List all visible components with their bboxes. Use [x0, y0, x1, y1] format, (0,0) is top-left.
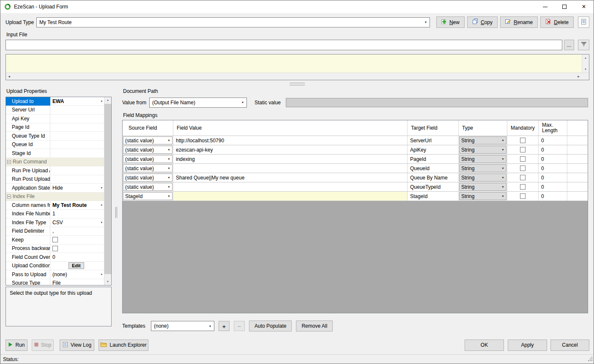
property-value-cell[interactable]: Edit — [50, 262, 104, 270]
run-button[interactable]: Run — [5, 340, 27, 351]
source-field-combobox[interactable]: (static value)▼ — [123, 146, 172, 154]
type-combobox[interactable]: String▼ — [459, 146, 506, 154]
property-value-cell[interactable]: 0 — [50, 253, 104, 261]
cancel-button[interactable]: Cancel — [550, 340, 589, 351]
mandatory-checkbox[interactable] — [520, 193, 526, 199]
minimize-button[interactable] — [535, 0, 555, 13]
add-template-button[interactable]: + — [219, 321, 230, 331]
property-row[interactable]: Application StateHide▾ — [6, 184, 104, 193]
property-value-cell[interactable]: 1 — [50, 210, 104, 218]
type-combobox[interactable]: String▼ — [459, 174, 506, 182]
property-value-cell[interactable]: EWA▾ — [50, 97, 104, 106]
upload-type-combobox[interactable]: My Test Route ▼ — [36, 17, 430, 27]
chevron-down-icon[interactable]: ▾ — [101, 186, 102, 190]
scroll-down-icon[interactable]: ▼ — [583, 67, 589, 72]
remove-all-button[interactable]: Remove All — [296, 321, 333, 331]
property-row[interactable]: Api Key — [6, 114, 104, 123]
mandatory-checkbox[interactable] — [520, 156, 526, 162]
collapse-icon[interactable] — [7, 195, 11, 198]
property-row[interactable]: Upload toEWA▾ — [6, 97, 104, 106]
property-row[interactable]: Page Id — [6, 123, 104, 132]
property-row[interactable]: Run Post Upload ... — [6, 175, 104, 184]
input-file-input[interactable] — [5, 40, 562, 50]
max-length-cell[interactable]: 0 — [539, 155, 567, 163]
type-combobox[interactable]: String▼ — [459, 136, 506, 144]
property-value-cell[interactable] — [50, 123, 104, 132]
property-value-cell[interactable]: (none)▾ — [50, 270, 104, 279]
max-length-cell[interactable]: 0 — [539, 145, 567, 154]
scroll-right-icon[interactable]: ▶ — [575, 74, 582, 79]
new-button[interactable]: New — [436, 16, 465, 28]
type-combobox[interactable]: String▼ — [459, 164, 506, 172]
field-value-cell[interactable]: http://localhost:50790 — [173, 136, 408, 145]
property-value-cell[interactable] — [50, 141, 104, 149]
property-value-cell[interactable] — [50, 244, 104, 253]
field-value-cell[interactable]: ezescan-api-key — [173, 145, 408, 154]
maximize-button[interactable] — [555, 0, 574, 13]
properties-scrollbar[interactable]: ▲ ▼ — [104, 97, 111, 285]
property-row[interactable]: Pass to Upload(none)▾ — [6, 270, 104, 279]
field-value-cell[interactable]: Shared Queue||My new queue — [173, 173, 408, 182]
launch-explorer-button[interactable]: Launch Explorer — [99, 340, 148, 351]
property-value-cell[interactable] — [50, 236, 104, 244]
chevron-down-icon[interactable]: ▾ — [101, 273, 102, 276]
property-category-row[interactable]: Run Command — [6, 158, 104, 167]
templates-combobox[interactable]: (none) ▼ — [151, 321, 214, 331]
source-field-combobox[interactable]: (static value)▼ — [123, 136, 172, 144]
scrollbar-thumb[interactable] — [104, 104, 111, 274]
apply-button[interactable]: Apply — [508, 340, 547, 351]
source-field-combobox[interactable]: (static value)▼ — [123, 155, 172, 163]
property-value-cell[interactable]: Hide▾ — [50, 184, 104, 192]
type-combobox[interactable]: String▼ — [459, 155, 506, 163]
property-row[interactable]: Stage Id — [6, 149, 104, 158]
horizontal-splitter-handle[interactable] — [290, 83, 305, 85]
scroll-up-icon[interactable]: ▲ — [583, 55, 589, 60]
view-log-button[interactable]: View Log — [60, 340, 94, 351]
max-length-cell[interactable]: 0 — [539, 182, 567, 191]
property-row[interactable]: Queue Id — [6, 141, 104, 149]
source-field-combobox[interactable]: (static value)▼ — [123, 183, 172, 191]
mandatory-checkbox[interactable] — [520, 184, 526, 190]
property-category-row[interactable]: Index File — [6, 193, 104, 201]
property-row[interactable]: Queue Type Id — [6, 132, 104, 141]
preview-content[interactable] — [6, 54, 582, 73]
preview-vertical-scrollbar[interactable]: ▲ ▼ — [582, 54, 589, 73]
chevron-down-icon[interactable]: ▾ — [101, 204, 102, 207]
source-field-combobox[interactable]: StageId▼ — [123, 192, 172, 200]
property-value-cell[interactable] — [50, 132, 104, 140]
close-button[interactable]: × — [574, 0, 594, 13]
source-field-combobox[interactable]: (static value)▼ — [123, 174, 172, 182]
mandatory-checkbox[interactable] — [520, 175, 526, 180]
property-value-cell[interactable] — [50, 175, 104, 184]
property-row[interactable]: Upload ConditionEdit — [6, 262, 104, 271]
preview-horizontal-scrollbar[interactable]: ◀ ▶ — [6, 73, 589, 80]
resize-grip[interactable] — [588, 356, 593, 363]
type-combobox[interactable]: String▼ — [459, 192, 506, 200]
property-row[interactable]: Run Pre Upload A... — [6, 166, 104, 175]
property-row[interactable]: Index File TypeCSV▾ — [6, 218, 104, 227]
max-length-cell[interactable]: 0 — [539, 192, 567, 201]
notes-button[interactable] — [578, 16, 589, 28]
property-row[interactable]: Keep — [6, 236, 104, 244]
max-length-cell[interactable]: 0 — [539, 173, 567, 182]
rename-button[interactable]: Rename — [500, 16, 538, 28]
property-value-cell[interactable]: File — [50, 279, 104, 285]
collapse-icon[interactable] — [7, 160, 11, 164]
scroll-down-icon[interactable]: ▼ — [104, 279, 111, 285]
mandatory-checkbox[interactable] — [520, 166, 526, 171]
property-row[interactable]: Process backwards — [6, 244, 104, 253]
property-row[interactable]: Field Delimiter, — [6, 227, 104, 236]
property-value-cell[interactable]: My Test Route▾ — [50, 201, 104, 209]
scroll-left-icon[interactable]: ◀ — [6, 74, 12, 79]
max-length-cell[interactable]: 0 — [539, 136, 567, 145]
property-value-cell[interactable] — [50, 166, 104, 175]
field-value-cell[interactable] — [173, 182, 408, 191]
property-value-cell[interactable]: , — [50, 227, 104, 236]
property-row[interactable]: Source TypeFile — [6, 279, 104, 285]
property-checkbox[interactable] — [52, 237, 58, 242]
field-value-cell[interactable] — [173, 192, 408, 201]
ok-button[interactable]: OK — [465, 340, 504, 351]
field-value-cell[interactable] — [173, 164, 408, 173]
mandatory-checkbox[interactable] — [520, 138, 526, 143]
property-value-cell[interactable] — [50, 106, 104, 114]
